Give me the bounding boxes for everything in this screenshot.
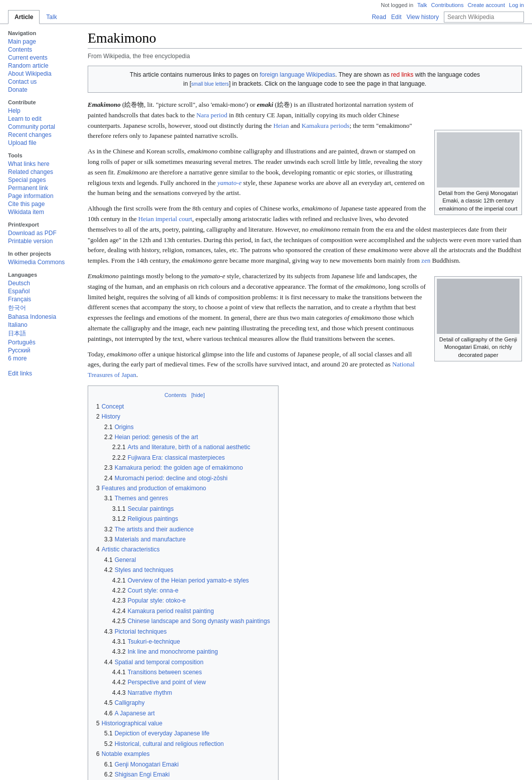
toc-link-6-1[interactable]: Genji Monogatari Emaki xyxy=(115,761,179,768)
sidebar-lang-francais[interactable]: Français xyxy=(8,296,70,303)
sidebar-item-download-pdf[interactable]: Download as PDF xyxy=(8,230,70,237)
talk-link[interactable]: Talk xyxy=(417,2,427,8)
sidebar-lang-japanese[interactable]: 日本語 xyxy=(8,329,70,338)
sidebar-item-wikimedia-commons[interactable]: Wikimedia Commons xyxy=(8,259,70,266)
toc-link-4-4-2[interactable]: Perspective and point of view xyxy=(128,679,206,686)
sidebar-lang-deutsch[interactable]: Deutsch xyxy=(8,280,70,287)
sidebar-item-page-information[interactable]: Page information xyxy=(8,192,70,200)
sidebar-lang-more[interactable]: 6 more xyxy=(8,355,70,362)
toc-link-5[interactable]: Historiographical value xyxy=(102,720,162,727)
sidebar-lang-portugues[interactable]: Português xyxy=(8,339,70,346)
toc-link-4-2-2[interactable]: Court style: onna-e xyxy=(128,587,178,594)
toc-item-4-3: 4.3Pictorial techniques xyxy=(104,627,270,637)
search-input[interactable] xyxy=(444,12,524,23)
link-kamakura[interactable]: Kamakura periods xyxy=(302,122,350,129)
toc-link-3[interactable]: Features and production of emakimono xyxy=(102,485,206,492)
link-heian[interactable]: Heian xyxy=(274,122,289,129)
toc-link-4-2-5[interactable]: Chinese landscape and Song dynasty wash … xyxy=(128,618,270,625)
toc-item-6: 6Notable examples xyxy=(96,749,270,759)
link-zen[interactable]: zen xyxy=(421,257,430,264)
toc-link-4-5[interactable]: Calligraphy xyxy=(115,699,145,706)
sidebar-item-about-wikipedia[interactable]: About Wikipedia xyxy=(8,70,70,77)
toc-link-4-3-2[interactable]: Ink line and monochrome painting xyxy=(128,648,218,655)
sidebar-item-wikidata[interactable]: Wikidata item xyxy=(8,209,70,216)
link-yamato-e[interactable]: yamato-e xyxy=(217,179,241,186)
toc-item-4-4: 4.4Spatial and temporal composition xyxy=(104,657,270,667)
toc-item-3-2: 3.2The artists and their audience xyxy=(104,524,270,534)
toc-link-2-2[interactable]: Heian period: genesis of the art xyxy=(115,434,198,441)
tab-talk[interactable]: Talk xyxy=(40,10,63,24)
toc-link-2-2-2[interactable]: Fujiwara Era: classical masterpieces xyxy=(128,454,225,461)
log-in-link[interactable]: Log in xyxy=(509,2,524,8)
create-account-link[interactable]: Create account xyxy=(467,2,505,8)
toc-link-4-2[interactable]: Styles and techniques xyxy=(115,566,173,573)
sidebar-item-printable-version[interactable]: Printable version xyxy=(8,238,70,245)
toc-link-4-2-1[interactable]: Overview of the Heian period yamato-e st… xyxy=(128,577,249,584)
toc-link-6[interactable]: Notable examples xyxy=(102,750,150,757)
read-tab[interactable]: Read xyxy=(372,14,386,21)
toc-link-3-2[interactable]: The artists and their audience xyxy=(115,526,194,533)
toc-link-4-2-3[interactable]: Popular style: otoko-e xyxy=(128,597,186,604)
toc-link-1[interactable]: Concept xyxy=(102,403,124,410)
sidebar-item-donate[interactable]: Donate xyxy=(8,86,70,93)
sidebar-lang-russian[interactable]: Русский xyxy=(8,347,70,354)
toc-link-4-3[interactable]: Pictorial techniques xyxy=(115,628,167,635)
sidebar-lang-espanol[interactable]: Español xyxy=(8,288,70,295)
sidebar-item-learn-to-edit[interactable]: Learn to edit xyxy=(8,115,70,122)
sidebar-item-contact-us[interactable]: Contact us xyxy=(8,78,70,85)
sidebar-lang-bahasa[interactable]: Bahasa Indonesia xyxy=(8,313,70,320)
view-history-tab[interactable]: View history xyxy=(407,14,439,21)
toc-link-4-6[interactable]: A Japanese art xyxy=(115,710,155,717)
toc-link-4-1[interactable]: General xyxy=(115,556,136,563)
toc-link-4-4-3[interactable]: Narrative rhythm xyxy=(128,689,172,696)
link-nara[interactable]: Nara period xyxy=(196,111,227,119)
other-projects-title: In other projects xyxy=(8,251,70,257)
sidebar-item-help[interactable]: Help xyxy=(8,107,70,114)
sidebar-item-upload-file[interactable]: Upload file xyxy=(8,139,70,146)
notice-link-red[interactable]: red links xyxy=(391,71,413,78)
notice-link-blue[interactable]: small blue letters xyxy=(191,81,229,87)
sidebar-item-related-changes[interactable]: Related changes xyxy=(8,168,70,175)
toc-link-3-1[interactable]: Themes and genres xyxy=(115,495,168,502)
sidebar-item-cite-this-page[interactable]: Cite this page xyxy=(8,201,70,208)
edit-tab[interactable]: Edit xyxy=(391,14,402,21)
toc-link-4-4-1[interactable]: Transitions between scenes xyxy=(128,669,202,676)
contributions-link[interactable]: Contributions xyxy=(431,2,464,8)
toc-link-6-2[interactable]: Shigisan Engi Emaki xyxy=(115,771,170,778)
sidebar-item-special-pages[interactable]: Special pages xyxy=(8,176,70,183)
sidebar-item-recent-changes[interactable]: Recent changes xyxy=(8,131,70,138)
toc-link-2-2-1[interactable]: Arts and literature, birth of a national… xyxy=(128,444,250,451)
link-heian-court[interactable]: Heian imperial court xyxy=(138,215,192,223)
link-national-treasures[interactable]: National Treasures of Japan xyxy=(88,360,415,378)
toc-link-2-1[interactable]: Origins xyxy=(115,424,134,431)
sidebar-item-current-events[interactable]: Current events xyxy=(8,54,70,61)
toc-link-3-1-2[interactable]: Religious paintings xyxy=(128,515,178,522)
sidebar-item-random-article[interactable]: Random article xyxy=(8,62,70,69)
top-bar: Not logged in Talk Contributions Create … xyxy=(0,0,532,10)
sidebar-navigation: Navigation Main page Contents Current ev… xyxy=(8,30,70,93)
toc-link-4-4[interactable]: Spatial and temporal composition xyxy=(115,659,203,666)
toc-link-5-2[interactable]: Historical, cultural and religious refle… xyxy=(115,740,224,747)
toc-link-5-1[interactable]: Depiction of everyday Japanese life xyxy=(115,730,209,737)
toc-item-4-2-1: 4.2.1Overview of the Heian period yamato… xyxy=(112,575,270,586)
toc-link-2[interactable]: History xyxy=(102,413,120,420)
toc-link-2-3[interactable]: Kamakura period: the golden age of emaki… xyxy=(115,464,243,471)
toc-link-4[interactable]: Artistic characteristics xyxy=(102,546,160,553)
toc-link-3-1-1[interactable]: Secular paintings xyxy=(128,505,174,512)
toc-link-4-3-1[interactable]: Tsukuri-e-technique xyxy=(128,638,180,645)
sidebar-edit-links[interactable]: Edit links xyxy=(8,370,70,377)
notice-link-foreign[interactable]: foreign language Wikipedias xyxy=(260,71,336,78)
sidebar-item-main-page[interactable]: Main page xyxy=(8,38,70,45)
tab-article[interactable]: Article xyxy=(8,10,40,24)
sidebar-item-community-portal[interactable]: Community portal xyxy=(8,123,70,130)
sidebar-lang-italiano[interactable]: Italiano xyxy=(8,321,70,328)
sidebar-lang-korean[interactable]: 한국어 xyxy=(8,304,70,312)
toc-item-5-1: 5.1Depiction of everyday Japanese life xyxy=(104,728,270,738)
toc-link-2-4[interactable]: Muromachi period: decline and otogi-zōsh… xyxy=(115,475,227,482)
toc-hide-button[interactable]: [hide] xyxy=(191,392,205,398)
toc-link-3-3[interactable]: Materials and manufacture xyxy=(115,536,186,543)
sidebar-item-contents[interactable]: Contents xyxy=(8,46,70,53)
sidebar-item-what-links-here[interactable]: What links here xyxy=(8,160,70,167)
toc-link-4-2-4[interactable]: Kamakura period realist painting xyxy=(128,608,214,615)
sidebar-item-permanent-link[interactable]: Permanent link xyxy=(8,184,70,191)
